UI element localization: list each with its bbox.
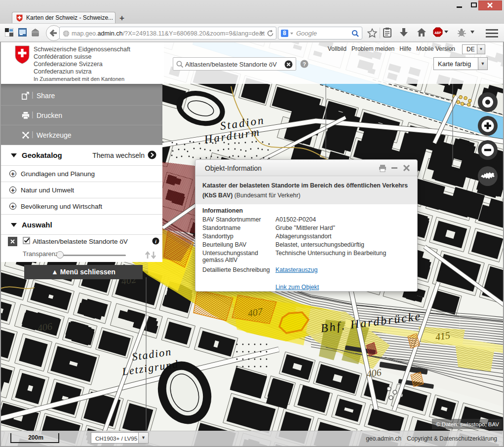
svg-text:?: ? — [303, 61, 306, 67]
svg-text:ABP: ABP — [434, 31, 441, 35]
svg-text:406: 406 — [37, 321, 53, 334]
svg-text:415: 415 — [434, 330, 451, 342]
svg-text:406: 406 — [366, 367, 382, 379]
svg-text:407: 407 — [247, 306, 264, 319]
